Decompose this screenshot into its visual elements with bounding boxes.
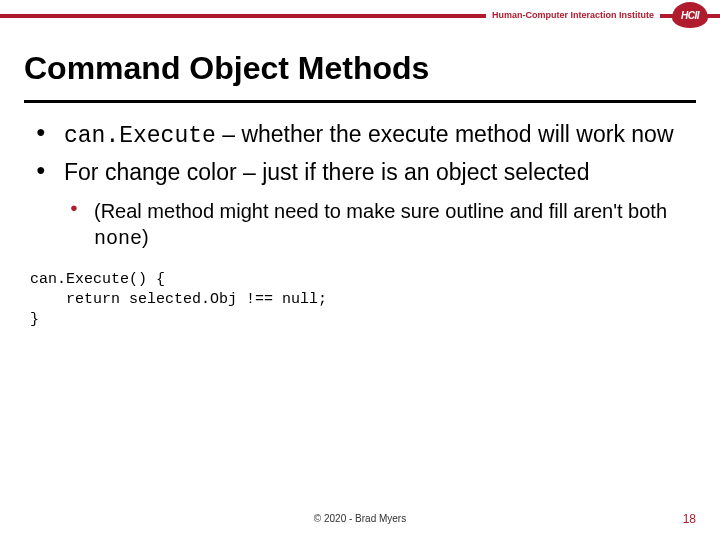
sub-bullet-post: ) [142, 226, 149, 248]
sub-bullet-list: (Real method might need to make sure out… [64, 198, 690, 252]
sub-bullet-pre: (Real method might need to make sure out… [94, 200, 667, 222]
title-underline [24, 100, 696, 103]
footer-copyright: © 2020 - Brad Myers [0, 513, 720, 524]
code-span: none [94, 227, 142, 250]
sub-bullet-item: (Real method might need to make sure out… [64, 198, 690, 252]
header-bar: Human-Computer Interaction Institute HCI… [0, 0, 720, 30]
bullet-list: can.Execute – whether the execute method… [30, 120, 690, 252]
code-block: can.Execute() { return selected.Obj !== … [30, 270, 690, 331]
slide-content: can.Execute – whether the execute method… [30, 120, 690, 331]
bullet-item: For change color – just if there is an o… [30, 158, 690, 252]
bullet-text: – whether the execute method will work n… [216, 121, 674, 147]
slide-number: 18 [683, 512, 696, 526]
bullet-text: For change color – just if there is an o… [64, 159, 589, 185]
slide-title: Command Object Methods [24, 50, 429, 87]
institute-label: Human-Computer Interaction Institute [486, 10, 660, 20]
bullet-item: can.Execute – whether the execute method… [30, 120, 690, 152]
code-span: can.Execute [64, 123, 216, 149]
hcii-logo: HCII [672, 2, 708, 28]
hcii-logo-text: HCII [681, 10, 699, 21]
